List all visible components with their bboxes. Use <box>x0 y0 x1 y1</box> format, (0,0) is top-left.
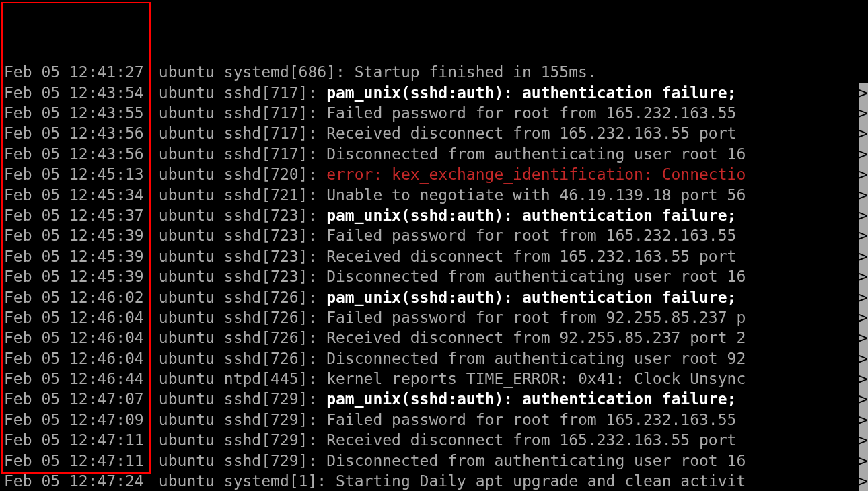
log-timestamp: Feb 05 12:43:54 <box>0 83 149 103</box>
log-line: Feb 05 12:47:11 ubuntu sshd[729]: Receiv… <box>0 430 868 450</box>
log-timestamp: Feb 05 12:45:34 <box>0 185 149 205</box>
line-continuation-icon: > <box>859 205 868 225</box>
log-timestamp: Feb 05 12:43:56 <box>0 123 149 143</box>
log-colon: : <box>308 124 326 142</box>
log-timestamp: Feb 05 12:46:44 <box>0 369 149 389</box>
log-process: systemd[686] <box>224 63 336 81</box>
log-colon: : <box>308 411 326 428</box>
log-message: Startup finished in 155ms. <box>355 63 597 81</box>
log-timestamp: Feb 05 12:45:13 <box>0 164 149 184</box>
log-line: Feb 05 12:47:07 ubuntu sshd[729]: pam_un… <box>0 389 868 409</box>
log-colon: : <box>308 145 326 163</box>
log-message: Starting Daily apt upgrade and clean act… <box>336 472 746 490</box>
log-timestamp: Feb 05 12:47:11 <box>0 451 149 471</box>
line-continuation-icon: > <box>859 369 868 389</box>
log-host: ubuntu <box>159 165 215 183</box>
log-line: Feb 05 12:47:09 ubuntu sshd[729]: Failed… <box>0 410 868 430</box>
log-process: sshd[726] <box>224 350 308 367</box>
log-body: ubuntu sshd[717]: Failed password for ro… <box>149 103 859 123</box>
log-timestamp: Feb 05 12:45:39 <box>0 266 149 287</box>
log-host: ubuntu <box>159 268 215 285</box>
log-body: ubuntu sshd[729]: Received disconnect fr… <box>149 430 859 450</box>
log-host: ubuntu <box>159 289 215 306</box>
log-host: ubuntu <box>159 411 215 428</box>
log-line: Feb 05 12:43:56 ubuntu sshd[717]: Discon… <box>0 144 868 164</box>
log-process: ntpd[445] <box>224 370 308 387</box>
log-host: ubuntu <box>159 431 215 449</box>
log-colon: : <box>308 186 326 204</box>
log-host: ubuntu <box>159 390 215 408</box>
log-timestamp: Feb 05 12:45:39 <box>0 225 149 245</box>
log-timestamp: Feb 05 12:47:11 <box>0 430 149 450</box>
log-colon: : <box>308 431 326 449</box>
log-process: systemd[1] <box>224 472 317 490</box>
log-timestamp: Feb 05 12:45:37 <box>0 205 149 225</box>
log-process: sshd[729] <box>224 452 308 469</box>
log-body: ubuntu ntpd[445]: kernel reports TIME_ER… <box>149 369 859 389</box>
log-line: Feb 05 12:47:24 ubuntu systemd[1]: Start… <box>0 471 868 491</box>
log-host: ubuntu <box>159 63 215 81</box>
log-process: sshd[717] <box>224 124 308 142</box>
log-line: Feb 05 12:45:39 ubuntu sshd[723]: Receiv… <box>0 246 868 266</box>
log-line: Feb 05 12:45:13 ubuntu sshd[720]: error:… <box>0 164 868 184</box>
log-body: ubuntu sshd[726]: Received disconnect fr… <box>149 328 859 348</box>
line-continuation-icon: > <box>859 348 868 369</box>
log-line: Feb 05 12:46:02 ubuntu sshd[726]: pam_un… <box>0 287 868 307</box>
log-body: ubuntu sshd[729]: pam_unix(sshd:auth): a… <box>149 389 859 409</box>
log-colon: : <box>308 84 326 102</box>
log-process: sshd[729] <box>224 431 308 449</box>
log-process: sshd[723] <box>224 227 308 244</box>
log-line: Feb 05 12:45:39 ubuntu sshd[723]: Failed… <box>0 225 868 245</box>
log-message: Failed password for root from 92.255.85.… <box>326 309 746 326</box>
log-colon: : <box>308 104 326 122</box>
log-colon: : <box>308 227 326 244</box>
log-timestamp: Feb 05 12:46:04 <box>0 348 149 369</box>
log-host: ubuntu <box>159 84 215 102</box>
log-line: Feb 05 12:43:54 ubuntu sshd[717]: pam_un… <box>0 83 868 103</box>
log-message: Failed password for root from 165.232.16… <box>326 104 736 122</box>
log-body: ubuntu sshd[717]: Disconnected from auth… <box>149 144 859 164</box>
log-timestamp: Feb 05 12:43:56 <box>0 144 149 164</box>
log-process: sshd[717] <box>224 145 308 163</box>
log-host: ubuntu <box>159 329 215 346</box>
log-colon: : <box>308 390 326 408</box>
terminal-log-viewer[interactable]: Feb 05 12:41:27 ubuntu systemd[686]: Sta… <box>0 0 868 491</box>
line-continuation-icon: > <box>859 103 868 123</box>
log-colon: : <box>308 289 326 306</box>
log-message: pam_unix(sshd:auth): authentication fail… <box>326 84 736 102</box>
log-host: ubuntu <box>159 472 215 490</box>
line-continuation-icon: > <box>859 287 868 307</box>
log-body: ubuntu sshd[729]: Disconnected from auth… <box>149 451 859 471</box>
log-process: sshd[723] <box>224 248 308 265</box>
log-line: Feb 05 12:45:34 ubuntu sshd[721]: Unable… <box>0 185 868 205</box>
log-timestamp: Feb 05 12:45:39 <box>0 246 149 266</box>
log-line: Feb 05 12:46:04 ubuntu sshd[726]: Receiv… <box>0 328 868 348</box>
log-message: Received disconnect from 92.255.85.237 p… <box>326 329 746 346</box>
log-message: Disconnected from authenticating user ro… <box>326 145 746 163</box>
log-host: ubuntu <box>159 206 215 224</box>
log-message: Received disconnect from 165.232.163.55 … <box>326 124 746 142</box>
log-timestamp: Feb 05 12:46:04 <box>0 328 149 348</box>
log-body: ubuntu systemd[1]: Starting Daily apt up… <box>149 471 859 491</box>
log-process: sshd[726] <box>224 309 308 326</box>
log-message: error: kex_exchange_identification: Conn… <box>326 165 746 183</box>
log-timestamp: Feb 05 12:41:27 <box>0 62 149 82</box>
log-body: ubuntu sshd[720]: error: kex_exchange_id… <box>149 164 859 184</box>
log-body: ubuntu sshd[723]: Failed password for ro… <box>149 225 859 245</box>
line-continuation-icon: > <box>859 451 868 471</box>
log-line: Feb 05 12:43:56 ubuntu sshd[717]: Receiv… <box>0 123 868 143</box>
log-host: ubuntu <box>159 452 215 469</box>
log-colon: : <box>336 63 355 81</box>
line-continuation-icon: > <box>859 246 868 266</box>
log-body: ubuntu sshd[723]: Disconnected from auth… <box>149 266 859 287</box>
log-line: Feb 05 12:45:39 ubuntu sshd[723]: Discon… <box>0 266 868 287</box>
log-process: sshd[723] <box>224 206 308 224</box>
log-timestamp: Feb 05 12:47:07 <box>0 389 149 409</box>
log-host: ubuntu <box>159 309 215 326</box>
log-process: sshd[726] <box>224 329 308 346</box>
line-continuation-icon: > <box>859 266 868 287</box>
log-body: ubuntu sshd[726]: Failed password for ro… <box>149 307 859 328</box>
log-timestamp: Feb 05 12:46:04 <box>0 307 149 328</box>
log-colon: : <box>308 329 326 346</box>
log-line: Feb 05 12:43:55 ubuntu sshd[717]: Failed… <box>0 103 868 123</box>
